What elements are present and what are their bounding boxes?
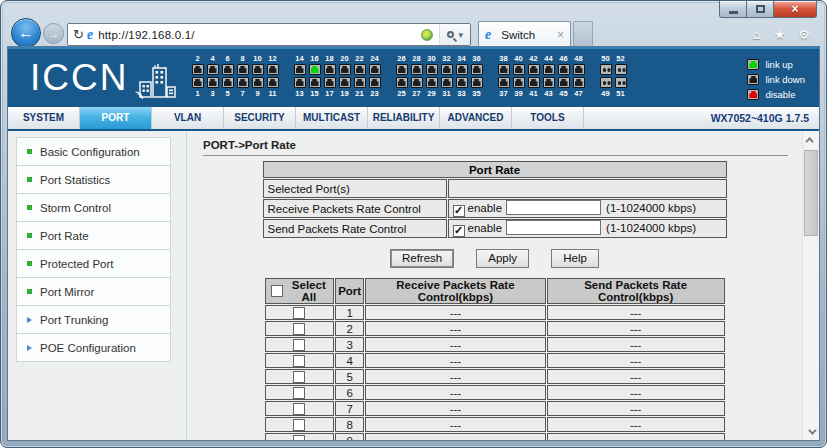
port-status-icon[interactable] — [237, 64, 249, 75]
port-status-icon[interactable] — [267, 64, 279, 75]
tab-reliability[interactable]: RELIABILITY — [368, 107, 440, 129]
scroll-down-button[interactable] — [803, 423, 819, 440]
port-status-icon[interactable] — [573, 64, 585, 75]
row-checkbox[interactable] — [293, 435, 305, 441]
port-status-icon[interactable] — [441, 77, 453, 88]
row-checkbox[interactable] — [293, 355, 305, 367]
row-checkbox[interactable] — [293, 371, 305, 383]
row-checkbox[interactable] — [293, 403, 305, 415]
port-status-icon[interactable] — [498, 64, 510, 75]
port-status-icon[interactable] — [426, 77, 438, 88]
port-status-icon[interactable] — [528, 77, 540, 88]
port-status-icon[interactable] — [396, 64, 408, 75]
browser-tab[interactable]: e Switch × — [478, 21, 571, 47]
scroll-up-button[interactable] — [803, 131, 819, 148]
port-status-icon[interactable] — [411, 77, 423, 88]
port-status-icon[interactable] — [369, 64, 381, 75]
apply-button[interactable]: Apply — [476, 249, 529, 268]
address-bar[interactable]: ↻ e http://192.168.0.1/ ▾ — [67, 23, 471, 46]
port-status-icon[interactable] — [324, 64, 336, 75]
port-status-icon[interactable] — [354, 64, 366, 75]
url-text[interactable]: http://192.168.0.1/ — [98, 29, 195, 41]
close-button[interactable]: × — [774, 1, 817, 18]
port-status-icon[interactable] — [600, 64, 612, 75]
port-status-icon[interactable] — [339, 64, 351, 75]
port-status-icon[interactable] — [528, 64, 540, 75]
port-status-icon[interactable] — [294, 77, 306, 88]
port-status-icon[interactable] — [456, 64, 468, 75]
port-status-icon[interactable] — [222, 64, 234, 75]
port-status-icon[interactable] — [207, 77, 219, 88]
port-status-icon[interactable] — [558, 77, 570, 88]
tab-security[interactable]: SECURITY — [224, 107, 296, 129]
settings-gear-icon[interactable]: ⚙ — [798, 27, 810, 42]
refresh-button[interactable]: Refresh — [390, 249, 454, 268]
port-status-icon[interactable] — [192, 77, 204, 88]
port-status-icon[interactable] — [543, 77, 555, 88]
port-status-icon[interactable] — [471, 77, 483, 88]
maximize-button[interactable] — [747, 1, 774, 18]
help-button[interactable]: Help — [551, 249, 599, 268]
row-checkbox[interactable] — [293, 323, 305, 335]
port-status-icon[interactable] — [252, 77, 264, 88]
port-status-icon[interactable] — [309, 77, 321, 88]
port-status-icon[interactable] — [396, 77, 408, 88]
refresh-icon[interactable]: ↻ — [73, 27, 84, 42]
port-status-icon[interactable] — [267, 77, 279, 88]
vertical-scrollbar[interactable] — [802, 131, 819, 440]
sidebar-item-protected-port[interactable]: Protected Port — [16, 249, 171, 278]
tab-multicast[interactable]: MULTICAST — [296, 107, 368, 129]
port-status-icon[interactable] — [294, 64, 306, 75]
tab-advanced[interactable]: ADVANCED — [440, 107, 512, 129]
port-status-icon[interactable] — [543, 64, 555, 75]
port-status-icon[interactable] — [207, 64, 219, 75]
forward-button[interactable]: → — [43, 23, 64, 44]
port-status-icon[interactable] — [354, 77, 366, 88]
port-status-icon[interactable] — [615, 77, 627, 88]
search-button[interactable]: ▾ — [439, 24, 470, 45]
port-status-icon[interactable] — [513, 64, 525, 75]
sidebar-item-storm-control[interactable]: Storm Control — [16, 193, 171, 222]
port-status-icon[interactable] — [192, 64, 204, 75]
row-checkbox[interactable] — [293, 307, 305, 319]
scrollbar-thumb[interactable] — [804, 150, 818, 236]
port-status-icon[interactable] — [339, 77, 351, 88]
minimize-button[interactable] — [719, 1, 747, 18]
row-checkbox[interactable] — [293, 339, 305, 351]
port-status-icon[interactable] — [426, 64, 438, 75]
select-all-checkbox[interactable] — [271, 285, 283, 297]
port-status-icon[interactable] — [573, 77, 585, 88]
home-icon[interactable]: ⌂ — [752, 27, 760, 42]
tab-port[interactable]: PORT — [80, 107, 152, 129]
port-status-icon[interactable] — [456, 77, 468, 88]
port-status-icon[interactable] — [600, 77, 612, 88]
port-status-icon[interactable] — [615, 64, 627, 75]
port-status-icon[interactable] — [237, 77, 249, 88]
port-status-icon[interactable] — [513, 77, 525, 88]
rate-value-input[interactable] — [506, 200, 601, 215]
tab-close-icon[interactable]: × — [557, 30, 564, 40]
sidebar-item-port-rate[interactable]: Port Rate — [16, 221, 171, 250]
port-status-icon[interactable] — [324, 77, 336, 88]
port-status-icon[interactable] — [471, 64, 483, 75]
sidebar-item-poe-configuration[interactable]: POE Configuration — [16, 333, 171, 362]
enable-checkbox[interactable] — [453, 225, 465, 237]
tab-system[interactable]: SYSTEM — [8, 107, 80, 129]
sidebar-item-port-mirror[interactable]: Port Mirror — [16, 277, 171, 306]
back-button[interactable]: ← — [11, 18, 41, 48]
tab-vlan[interactable]: VLAN — [152, 107, 224, 129]
port-status-icon[interactable] — [222, 77, 234, 88]
port-status-icon[interactable] — [558, 64, 570, 75]
port-status-icon[interactable] — [369, 77, 381, 88]
row-checkbox[interactable] — [293, 419, 305, 431]
port-status-icon[interactable] — [309, 64, 321, 75]
rate-value-input[interactable] — [506, 220, 601, 235]
port-status-icon[interactable] — [498, 77, 510, 88]
sidebar-item-port-statistics[interactable]: Port Statistics — [16, 165, 171, 194]
port-status-icon[interactable] — [252, 64, 264, 75]
enable-checkbox[interactable] — [453, 205, 465, 217]
tab-tools[interactable]: TOOLS — [512, 107, 584, 129]
sidebar-item-basic-configuration[interactable]: Basic Configuration — [16, 137, 171, 166]
new-tab-button[interactable] — [573, 21, 593, 47]
port-status-icon[interactable] — [441, 64, 453, 75]
